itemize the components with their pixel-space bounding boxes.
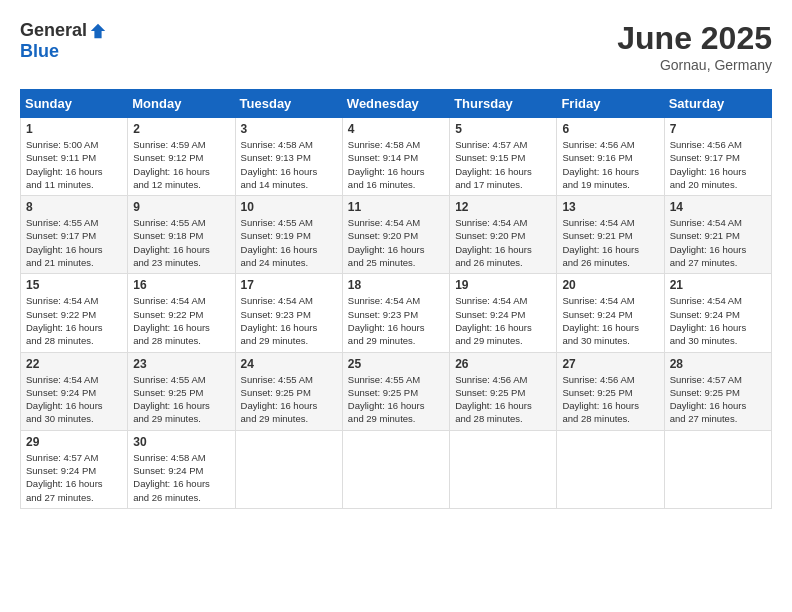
day-number: 15 (26, 278, 122, 292)
cell-content: Sunrise: 4:54 AM Sunset: 9:21 PM Dayligh… (562, 216, 658, 269)
calendar-cell: 1Sunrise: 5:00 AM Sunset: 9:11 PM Daylig… (21, 118, 128, 196)
month-title: June 2025 (617, 20, 772, 57)
day-number: 20 (562, 278, 658, 292)
day-number: 7 (670, 122, 766, 136)
cell-content: Sunrise: 4:56 AM Sunset: 9:16 PM Dayligh… (562, 138, 658, 191)
cell-content: Sunrise: 4:56 AM Sunset: 9:25 PM Dayligh… (455, 373, 551, 426)
day-number: 10 (241, 200, 337, 214)
cell-content: Sunrise: 4:54 AM Sunset: 9:23 PM Dayligh… (348, 294, 444, 347)
calendar-cell: 16Sunrise: 4:54 AM Sunset: 9:22 PM Dayli… (128, 274, 235, 352)
calendar-table: SundayMondayTuesdayWednesdayThursdayFrid… (20, 89, 772, 509)
cell-content: Sunrise: 4:57 AM Sunset: 9:24 PM Dayligh… (26, 451, 122, 504)
cell-content: Sunrise: 4:55 AM Sunset: 9:17 PM Dayligh… (26, 216, 122, 269)
calendar-header-row: SundayMondayTuesdayWednesdayThursdayFrid… (21, 90, 772, 118)
day-number: 8 (26, 200, 122, 214)
calendar-week-row: 8Sunrise: 4:55 AM Sunset: 9:17 PM Daylig… (21, 196, 772, 274)
calendar-cell: 18Sunrise: 4:54 AM Sunset: 9:23 PM Dayli… (342, 274, 449, 352)
calendar-cell: 9Sunrise: 4:55 AM Sunset: 9:18 PM Daylig… (128, 196, 235, 274)
cell-content: Sunrise: 4:54 AM Sunset: 9:24 PM Dayligh… (670, 294, 766, 347)
day-number: 22 (26, 357, 122, 371)
calendar-cell: 26Sunrise: 4:56 AM Sunset: 9:25 PM Dayli… (450, 352, 557, 430)
day-number: 26 (455, 357, 551, 371)
cell-content: Sunrise: 4:54 AM Sunset: 9:24 PM Dayligh… (562, 294, 658, 347)
calendar-week-row: 15Sunrise: 4:54 AM Sunset: 9:22 PM Dayli… (21, 274, 772, 352)
day-number: 29 (26, 435, 122, 449)
calendar-week-row: 1Sunrise: 5:00 AM Sunset: 9:11 PM Daylig… (21, 118, 772, 196)
cell-content: Sunrise: 5:00 AM Sunset: 9:11 PM Dayligh… (26, 138, 122, 191)
day-number: 11 (348, 200, 444, 214)
calendar-cell: 7Sunrise: 4:56 AM Sunset: 9:17 PM Daylig… (664, 118, 771, 196)
day-number: 19 (455, 278, 551, 292)
calendar-cell: 21Sunrise: 4:54 AM Sunset: 9:24 PM Dayli… (664, 274, 771, 352)
cell-content: Sunrise: 4:54 AM Sunset: 9:22 PM Dayligh… (26, 294, 122, 347)
cell-content: Sunrise: 4:54 AM Sunset: 9:24 PM Dayligh… (26, 373, 122, 426)
logo-icon (89, 22, 107, 40)
day-number: 18 (348, 278, 444, 292)
day-number: 6 (562, 122, 658, 136)
day-number: 1 (26, 122, 122, 136)
calendar-cell: 28Sunrise: 4:57 AM Sunset: 9:25 PM Dayli… (664, 352, 771, 430)
calendar-week-row: 22Sunrise: 4:54 AM Sunset: 9:24 PM Dayli… (21, 352, 772, 430)
location-subtitle: Gornau, Germany (617, 57, 772, 73)
calendar-cell: 13Sunrise: 4:54 AM Sunset: 9:21 PM Dayli… (557, 196, 664, 274)
logo-blue-text: Blue (20, 41, 59, 62)
calendar-header-monday: Monday (128, 90, 235, 118)
day-number: 9 (133, 200, 229, 214)
cell-content: Sunrise: 4:56 AM Sunset: 9:17 PM Dayligh… (670, 138, 766, 191)
calendar-cell: 14Sunrise: 4:54 AM Sunset: 9:21 PM Dayli… (664, 196, 771, 274)
cell-content: Sunrise: 4:54 AM Sunset: 9:22 PM Dayligh… (133, 294, 229, 347)
calendar-cell: 2Sunrise: 4:59 AM Sunset: 9:12 PM Daylig… (128, 118, 235, 196)
day-number: 21 (670, 278, 766, 292)
day-number: 13 (562, 200, 658, 214)
calendar-cell: 12Sunrise: 4:54 AM Sunset: 9:20 PM Dayli… (450, 196, 557, 274)
cell-content: Sunrise: 4:54 AM Sunset: 9:21 PM Dayligh… (670, 216, 766, 269)
calendar-cell: 3Sunrise: 4:58 AM Sunset: 9:13 PM Daylig… (235, 118, 342, 196)
calendar-cell: 6Sunrise: 4:56 AM Sunset: 9:16 PM Daylig… (557, 118, 664, 196)
day-number: 24 (241, 357, 337, 371)
cell-content: Sunrise: 4:57 AM Sunset: 9:15 PM Dayligh… (455, 138, 551, 191)
calendar-cell: 10Sunrise: 4:55 AM Sunset: 9:19 PM Dayli… (235, 196, 342, 274)
logo: General Blue (20, 20, 107, 62)
day-number: 12 (455, 200, 551, 214)
cell-content: Sunrise: 4:54 AM Sunset: 9:20 PM Dayligh… (348, 216, 444, 269)
day-number: 3 (241, 122, 337, 136)
calendar-header-tuesday: Tuesday (235, 90, 342, 118)
day-number: 28 (670, 357, 766, 371)
cell-content: Sunrise: 4:58 AM Sunset: 9:13 PM Dayligh… (241, 138, 337, 191)
cell-content: Sunrise: 4:55 AM Sunset: 9:25 PM Dayligh… (133, 373, 229, 426)
calendar-cell: 29Sunrise: 4:57 AM Sunset: 9:24 PM Dayli… (21, 430, 128, 508)
calendar-header-sunday: Sunday (21, 90, 128, 118)
calendar-cell: 19Sunrise: 4:54 AM Sunset: 9:24 PM Dayli… (450, 274, 557, 352)
calendar-cell: 24Sunrise: 4:55 AM Sunset: 9:25 PM Dayli… (235, 352, 342, 430)
calendar-cell: 22Sunrise: 4:54 AM Sunset: 9:24 PM Dayli… (21, 352, 128, 430)
cell-content: Sunrise: 4:55 AM Sunset: 9:18 PM Dayligh… (133, 216, 229, 269)
day-number: 16 (133, 278, 229, 292)
cell-content: Sunrise: 4:54 AM Sunset: 9:24 PM Dayligh… (455, 294, 551, 347)
day-number: 23 (133, 357, 229, 371)
day-number: 27 (562, 357, 658, 371)
calendar-cell: 27Sunrise: 4:56 AM Sunset: 9:25 PM Dayli… (557, 352, 664, 430)
cell-content: Sunrise: 4:54 AM Sunset: 9:23 PM Dayligh… (241, 294, 337, 347)
calendar-cell: 8Sunrise: 4:55 AM Sunset: 9:17 PM Daylig… (21, 196, 128, 274)
title-block: June 2025 Gornau, Germany (617, 20, 772, 73)
cell-content: Sunrise: 4:58 AM Sunset: 9:24 PM Dayligh… (133, 451, 229, 504)
page-header: General Blue June 2025 Gornau, Germany (20, 20, 772, 73)
calendar-week-row: 29Sunrise: 4:57 AM Sunset: 9:24 PM Dayli… (21, 430, 772, 508)
day-number: 4 (348, 122, 444, 136)
cell-content: Sunrise: 4:54 AM Sunset: 9:20 PM Dayligh… (455, 216, 551, 269)
calendar-cell (557, 430, 664, 508)
cell-content: Sunrise: 4:58 AM Sunset: 9:14 PM Dayligh… (348, 138, 444, 191)
calendar-header-thursday: Thursday (450, 90, 557, 118)
calendar-cell (235, 430, 342, 508)
calendar-header-wednesday: Wednesday (342, 90, 449, 118)
calendar-cell (450, 430, 557, 508)
calendar-header-friday: Friday (557, 90, 664, 118)
calendar-header-saturday: Saturday (664, 90, 771, 118)
cell-content: Sunrise: 4:55 AM Sunset: 9:25 PM Dayligh… (241, 373, 337, 426)
cell-content: Sunrise: 4:55 AM Sunset: 9:25 PM Dayligh… (348, 373, 444, 426)
day-number: 17 (241, 278, 337, 292)
calendar-cell: 5Sunrise: 4:57 AM Sunset: 9:15 PM Daylig… (450, 118, 557, 196)
calendar-cell (342, 430, 449, 508)
calendar-cell: 4Sunrise: 4:58 AM Sunset: 9:14 PM Daylig… (342, 118, 449, 196)
day-number: 5 (455, 122, 551, 136)
